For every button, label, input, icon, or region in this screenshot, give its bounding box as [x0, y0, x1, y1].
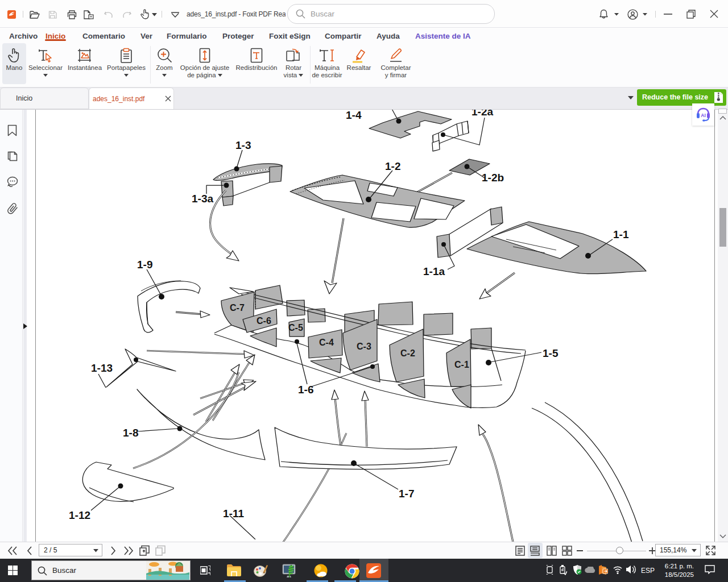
svg-text:AI: AI	[701, 113, 706, 118]
